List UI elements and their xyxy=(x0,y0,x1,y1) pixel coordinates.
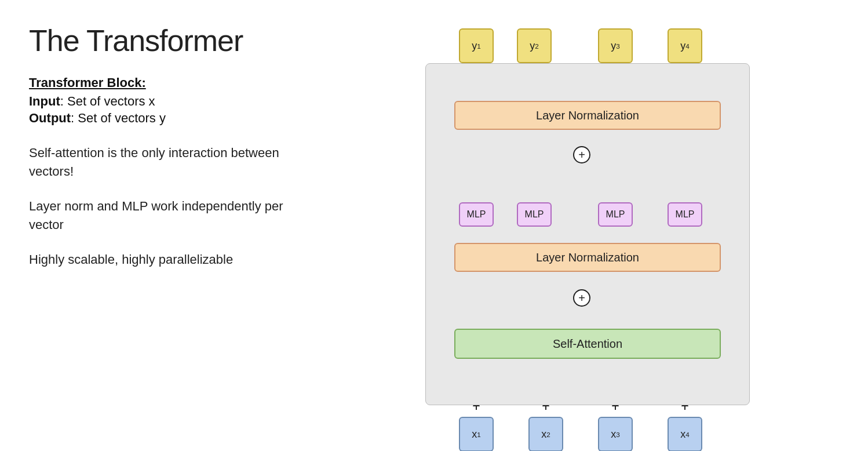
diagram-container: y1 y2 y3 y4 Layer Normalization + MLP ML… xyxy=(408,11,767,440)
layer-norm-top: Layer Normalization xyxy=(454,101,721,130)
mlp-box-2: MLP xyxy=(517,202,552,227)
desc-text-2: Layer norm and MLP work independently pe… xyxy=(29,197,296,234)
input-x2: x2 xyxy=(528,417,563,451)
desc-text-1: Self-attention is the only interaction b… xyxy=(29,144,296,181)
input-x4: x4 xyxy=(668,417,702,451)
right-panel: y1 y2 y3 y4 Layer Normalization + MLP ML… xyxy=(324,0,868,451)
input-line: Input: Set of vectors x xyxy=(29,94,296,109)
mlp-box-3: MLP xyxy=(598,202,633,227)
main-title: The Transformer xyxy=(29,23,296,58)
output-line: Output: Set of vectors y xyxy=(29,111,296,126)
add-node-1: + xyxy=(573,289,590,307)
transformer-block-heading: Transformer Block: xyxy=(29,75,296,90)
mlp-box-1: MLP xyxy=(459,202,494,227)
desc-block-1: Self-attention is the only interaction b… xyxy=(29,144,296,285)
layer-norm-bottom: Layer Normalization xyxy=(454,243,721,272)
output-y4: y4 xyxy=(668,28,702,63)
mlp-box-4: MLP xyxy=(668,202,702,227)
input-x3: x3 xyxy=(598,417,633,451)
desc-text-3: Highly scalable, highly parallelizable xyxy=(29,250,296,269)
output-y3: y3 xyxy=(598,28,633,63)
add-node-2: + xyxy=(573,146,590,163)
left-panel: The Transformer Transformer Block: Input… xyxy=(0,0,324,451)
output-y2: y2 xyxy=(517,28,552,63)
input-x1: x1 xyxy=(459,417,494,451)
self-attention-box: Self-Attention xyxy=(454,329,721,359)
output-y1: y1 xyxy=(459,28,494,63)
